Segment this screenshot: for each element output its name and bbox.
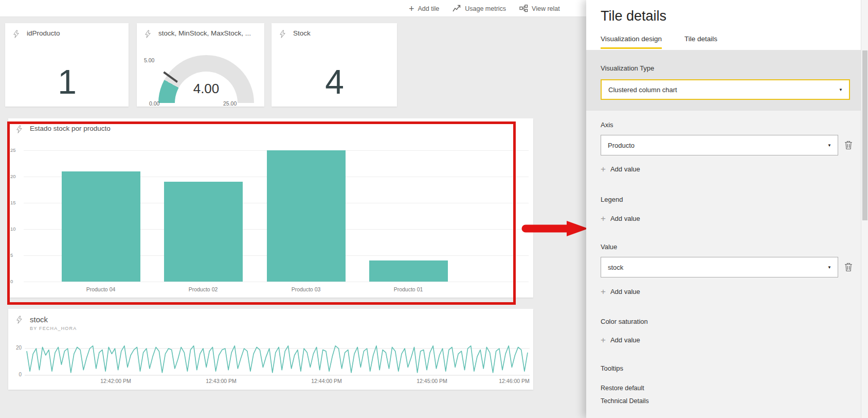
chevron-down-icon: ▼ [827, 143, 838, 148]
tile-subtitle: BY FECHA_HORA [30, 326, 77, 331]
gauge-max-label: 25.00 [223, 100, 237, 107]
x-axis-time-label: 12:42:00 PM [87, 378, 144, 384]
tile-title-row: idProducto [12, 29, 60, 41]
bar-producto-03[interactable] [267, 150, 346, 282]
y-axis-tick-label: 5 [10, 252, 22, 258]
line-ytick-20: 20 [12, 345, 22, 351]
tile-stock-card[interactable]: Stock 4 [272, 23, 397, 107]
usage-metrics-label: Usage metrics [465, 5, 506, 12]
tile-title: idProducto [27, 29, 60, 37]
plus-icon: + [601, 287, 606, 296]
visualization-type-label: Visualization Type [601, 64, 654, 72]
x-axis-category-label: Producto 03 [262, 286, 350, 292]
tile-title-row: Estado stock por producto [15, 125, 111, 136]
tab-visualization-design[interactable]: Visualization design [601, 35, 662, 49]
visualization-type-section: Visualization Type Clustered column char… [586, 50, 862, 111]
y-axis-tick-label: 20 [10, 173, 22, 179]
add-value-label: Add value [610, 215, 640, 222]
tab-tile-details[interactable]: Tile details [684, 35, 717, 49]
value-dropdown[interactable]: stock ▼ [601, 257, 838, 277]
vertical-scrollbar[interactable] [861, 0, 868, 418]
view-related-label: View relat [532, 5, 560, 12]
power-bi-dashboard-screen: + Add tile Usage metrics View relat [0, 0, 868, 418]
y-axis-tick-label: 0 [10, 278, 22, 284]
card-value: 4 [272, 62, 397, 101]
gauge-value: 4.00 [175, 81, 237, 97]
line-chart-svg [25, 337, 530, 379]
x-axis-time-label: 12:46:00 PM [486, 378, 542, 384]
y-axis-tick-label: 10 [10, 226, 22, 232]
bar-producto-01[interactable] [369, 260, 448, 282]
tile-idproducto-card[interactable]: idProducto 1 [5, 23, 129, 107]
lightning-bolt-icon [279, 30, 286, 41]
technical-details-link[interactable]: Technical Details [601, 397, 649, 405]
card-value: 1 [5, 62, 129, 101]
panel-title: Tile details [601, 8, 666, 24]
view-related-button[interactable]: View relat [519, 5, 560, 12]
plus-icon: + [601, 336, 606, 344]
tile-title: Estado stock por producto [30, 125, 111, 132]
chevron-down-icon: ▼ [839, 88, 849, 92]
red-arrow [518, 218, 590, 239]
axis-dropdown[interactable]: Producto ▼ [601, 135, 838, 155]
x-axis-category-label: Producto 01 [365, 286, 452, 292]
tile-title: stock [30, 315, 48, 324]
add-value-label: Add value [610, 165, 640, 173]
restore-default-link[interactable]: Restore default [601, 385, 644, 392]
add-tile-button[interactable]: + Add tile [409, 4, 439, 13]
value-value: stock [601, 264, 827, 271]
tile-line-chart[interactable]: stock BY FECHA_HORA 20 0 12:42:00 PM12:4… [8, 309, 533, 390]
color-saturation-label: Color saturation [601, 318, 648, 325]
gauge-target-label: 5.00 [144, 57, 154, 63]
tile-title-row: stock, MinStock, MaxStock, ... [144, 29, 251, 41]
bar-producto-04[interactable] [62, 171, 140, 282]
legend-add-value-button[interactable]: + Add value [601, 214, 640, 223]
axis-label: Axis [601, 121, 613, 129]
bar-producto-02[interactable] [164, 182, 243, 282]
plus-icon: + [601, 214, 606, 223]
line-chart-plot [25, 337, 530, 381]
gridline [24, 282, 529, 282]
lightning-bolt-icon [15, 316, 23, 326]
tile-title: Stock [293, 29, 311, 37]
x-axis-category-label: Producto 02 [159, 286, 247, 292]
usage-metrics-icon [453, 5, 461, 12]
value-delete-button[interactable] [844, 262, 855, 273]
panel-tabs: Visualization design Tile details [601, 35, 717, 49]
view-related-icon [519, 5, 528, 12]
value-add-value-button[interactable]: + Add value [601, 287, 640, 296]
plus-icon: + [601, 165, 606, 173]
legend-label: Legend [601, 196, 623, 203]
panel-header: Tile details Visualization design Tile d… [586, 0, 868, 50]
tile-stock-gauge[interactable]: stock, MinStock, MaxStock, ... 5.00 4.00… [137, 23, 264, 107]
visualization-type-value: Clustered column chart [602, 86, 839, 94]
axis-value: Producto [601, 142, 827, 149]
gauge-min-label: 0.00 [149, 100, 159, 107]
axis-delete-button[interactable] [844, 140, 855, 151]
x-axis-time-label: 12:43:00 PM [193, 378, 249, 384]
x-axis-category-label: Producto 04 [57, 286, 144, 292]
tile-title-row: Stock [279, 29, 311, 41]
toolbar-actions: + Add tile Usage metrics View relat [409, 0, 560, 17]
chevron-down-icon: ▼ [827, 265, 838, 270]
add-value-label: Add value [610, 288, 640, 295]
tooltips-label: Tooltips [601, 364, 623, 372]
value-label: Value [601, 243, 617, 251]
add-tile-label: Add tile [418, 5, 440, 12]
tile-bar-chart[interactable]: Estado stock por producto 2520151050Prod… [8, 118, 533, 298]
tile-details-panel: Tile details Visualization design Tile d… [586, 0, 868, 418]
plus-icon: + [409, 4, 414, 13]
y-axis-tick-label: 15 [10, 200, 22, 205]
axis-add-value-button[interactable]: + Add value [601, 165, 640, 173]
usage-metrics-button[interactable]: Usage metrics [453, 5, 506, 12]
line-ytick-0: 0 [12, 372, 22, 377]
tile-title: stock, MinStock, MaxStock, ... [158, 29, 251, 37]
x-axis-time-label: 12:45:00 PM [404, 378, 460, 384]
scrollbar-thumb[interactable] [862, 50, 867, 220]
color-saturation-add-value-button[interactable]: + Add value [601, 336, 640, 344]
lightning-bolt-icon [12, 30, 20, 41]
tile-title-row: stock BY FECHA_HORA [15, 315, 77, 331]
visualization-type-dropdown[interactable]: Clustered column chart ▼ [601, 79, 850, 100]
lightning-bolt-icon [144, 30, 152, 41]
line-series-stock [27, 346, 528, 373]
